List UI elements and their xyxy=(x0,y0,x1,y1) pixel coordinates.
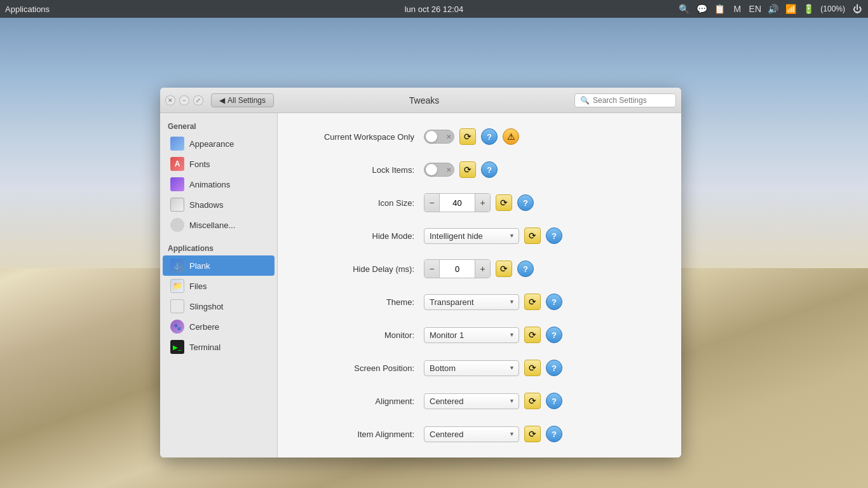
reset-alignment-button[interactable]: ⟳ xyxy=(524,393,541,409)
wifi-icon[interactable]: 📶 xyxy=(785,3,796,15)
help-lock-items-button[interactable]: ? xyxy=(481,161,498,178)
label-hide-delay: Hide Delay (ms): xyxy=(297,264,424,274)
reset-theme-button[interactable]: ⟳ xyxy=(524,294,541,310)
reset-icon-size-button[interactable]: ⟳ xyxy=(496,194,512,211)
help-screen-position-button[interactable]: ? xyxy=(546,360,562,376)
warning-current-workspace-button[interactable]: ⚠ xyxy=(503,128,519,145)
sidebar-item-terminal[interactable]: ▶_ Terminal xyxy=(163,337,275,357)
chat-icon[interactable]: 💬 xyxy=(696,3,707,15)
maximize-button[interactable]: ⤢ xyxy=(193,95,203,105)
item-alignment-select[interactable]: Left Centered Right xyxy=(424,426,519,442)
topbar-right: 🔍 💬 📋 M EN 🔊 📶 🔋 (100%) ⏻ xyxy=(678,3,863,15)
help-item-alignment-button[interactable]: ? xyxy=(546,426,562,442)
sidebar-files-label: Files xyxy=(189,281,207,291)
cerbere-icon: 🐾 xyxy=(170,320,184,334)
keyboard-icon[interactable]: EN xyxy=(749,3,761,15)
theme-dropdown-wrapper: Default Transparent Matte GTK+ xyxy=(424,294,519,310)
animations-icon xyxy=(170,177,184,191)
help-icon-size-button[interactable]: ? xyxy=(517,194,534,211)
search-input[interactable] xyxy=(593,96,669,105)
control-hide-mode: Don't hide Intelligent hide Auto hide Wi… xyxy=(424,227,562,244)
titlebar-nav: ◀ All Settings xyxy=(211,93,274,107)
toggle-lock-items[interactable]: ✕ xyxy=(424,163,454,177)
hide-delay-minus-button[interactable]: − xyxy=(424,260,440,278)
reset-screen-position-button[interactable]: ⟳ xyxy=(524,360,541,376)
sidebar-item-fonts[interactable]: A Fonts xyxy=(163,154,275,174)
row-alignment: Alignment: Left Centered Right ⟳ ? xyxy=(297,390,662,412)
reset-lock-items-button[interactable]: ⟳ xyxy=(459,161,476,178)
sidebar-misc-label: Miscellane... xyxy=(189,220,235,230)
sidebar-item-files[interactable]: 📁 Files xyxy=(163,276,275,296)
label-theme: Theme: xyxy=(297,297,424,307)
close-button[interactable]: ✕ xyxy=(165,95,175,105)
topbar-left: Applications xyxy=(5,4,50,14)
sidebar-fonts-label: Fonts xyxy=(189,159,210,169)
help-current-workspace-button[interactable]: ? xyxy=(481,128,498,145)
topbar-app-label: Applications xyxy=(5,4,50,14)
number-hide-delay: − + xyxy=(424,259,491,278)
reset-monitor-button[interactable]: ⟳ xyxy=(524,327,541,343)
sidebar-general-label: General xyxy=(160,118,277,133)
volume-icon[interactable]: 🔊 xyxy=(767,3,778,15)
row-hide-mode: Hide Mode: Don't hide Intelligent hide A… xyxy=(297,225,662,247)
label-lock-items: Lock Items: xyxy=(297,165,424,175)
window-controls: ✕ − ⤢ xyxy=(165,95,203,105)
icon-size-input[interactable] xyxy=(440,196,475,210)
help-alignment-button[interactable]: ? xyxy=(546,393,562,409)
sidebar-item-slingshot[interactable]: Slingshot xyxy=(163,296,275,316)
search-topbar-icon[interactable]: 🔍 xyxy=(678,3,689,15)
sidebar-item-cerbere[interactable]: 🐾 Cerbere xyxy=(163,316,275,337)
control-screen-position: Top Bottom Left Right ⟳ ? xyxy=(424,360,562,376)
toggle-lock-x-icon: ✕ xyxy=(446,166,451,173)
monitor-dropdown-wrapper: Monitor 1 Monitor 2 xyxy=(424,327,519,343)
alignment-select[interactable]: Left Centered Right xyxy=(424,393,519,409)
hide-delay-plus-button[interactable]: + xyxy=(475,260,490,278)
reset-hide-mode-button[interactable]: ⟳ xyxy=(524,227,541,244)
reset-hide-delay-button[interactable]: ⟳ xyxy=(496,261,512,277)
fonts-icon: A xyxy=(170,157,184,171)
toggle-lock-knob xyxy=(426,164,437,175)
icon-size-plus-button[interactable]: + xyxy=(475,194,490,212)
reset-current-workspace-button[interactable]: ⟳ xyxy=(459,128,476,145)
power-icon[interactable]: ⏻ xyxy=(851,3,863,15)
notes-icon[interactable]: 📋 xyxy=(714,3,725,15)
sidebar-item-animations[interactable]: Animations xyxy=(163,174,275,194)
help-monitor-button[interactable]: ? xyxy=(546,327,562,343)
shadows-icon xyxy=(170,198,184,212)
help-hide-mode-button[interactable]: ? xyxy=(546,227,562,244)
help-theme-button[interactable]: ? xyxy=(546,294,562,310)
alignment-dropdown-wrapper: Left Centered Right xyxy=(424,393,519,409)
label-monitor: Monitor: xyxy=(297,330,424,340)
toggle-x-icon: ✕ xyxy=(446,133,451,140)
control-hide-delay: − + ⟳ ? xyxy=(424,259,534,278)
label-screen-position: Screen Position: xyxy=(297,363,424,373)
topbar: Applications lun oct 26 12:04 🔍 💬 📋 M EN… xyxy=(0,0,868,18)
sidebar-item-shadows[interactable]: Shadows xyxy=(163,194,275,215)
label-alignment: Alignment: xyxy=(297,396,424,406)
hide-delay-input[interactable] xyxy=(440,262,475,276)
icon-size-minus-button[interactable]: − xyxy=(424,194,440,212)
hide-mode-select[interactable]: Don't hide Intelligent hide Auto hide Wi… xyxy=(424,228,519,244)
row-icon-size: Icon Size: − + ⟳ ? xyxy=(297,192,662,214)
mail-icon[interactable]: M xyxy=(731,3,743,15)
back-button[interactable]: ◀ All Settings xyxy=(211,93,274,107)
screen-position-dropdown-wrapper: Top Bottom Left Right xyxy=(424,360,519,376)
row-theme: Theme: Default Transparent Matte GTK+ ⟳ … xyxy=(297,291,662,313)
control-current-workspace: ✕ ⟳ ? ⚠ xyxy=(424,128,519,145)
battery-icon[interactable]: 🔋 xyxy=(803,3,814,15)
minimize-button[interactable]: − xyxy=(179,95,189,105)
item-alignment-dropdown-wrapper: Left Centered Right xyxy=(424,426,519,442)
sidebar-item-plank[interactable]: ⚓ Plank xyxy=(163,255,275,276)
sidebar: General Appearance A Fonts Animations Sh… xyxy=(160,113,278,458)
sidebar-applications-label: Applications xyxy=(160,240,277,255)
reset-item-alignment-button[interactable]: ⟳ xyxy=(524,426,541,442)
control-monitor: Monitor 1 Monitor 2 ⟳ ? xyxy=(424,327,562,343)
theme-select[interactable]: Default Transparent Matte GTK+ xyxy=(424,294,519,310)
screen-position-select[interactable]: Top Bottom Left Right xyxy=(424,360,519,376)
help-hide-delay-button[interactable]: ? xyxy=(517,261,534,277)
row-lock-items: Lock Items: ✕ ⟳ ? xyxy=(297,159,662,180)
toggle-current-workspace[interactable]: ✕ xyxy=(424,130,454,144)
sidebar-item-appearance[interactable]: Appearance xyxy=(163,133,275,154)
monitor-select[interactable]: Monitor 1 Monitor 2 xyxy=(424,327,519,343)
sidebar-item-misc[interactable]: Miscellane... xyxy=(163,215,275,235)
